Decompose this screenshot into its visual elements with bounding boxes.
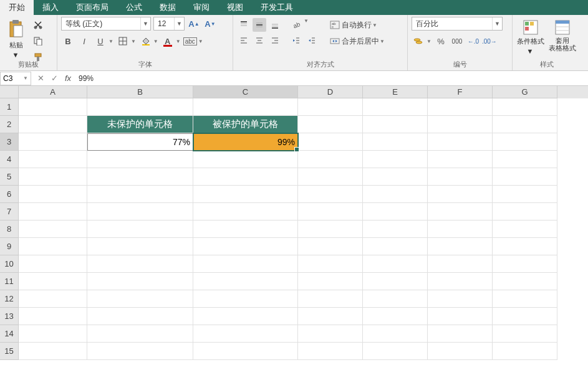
merge-center-button[interactable]: 合并后居中▼ [327,34,387,48]
phonetic-button[interactable]: abc [183,34,197,48]
cell-A13[interactable] [19,308,87,325]
cell-F3[interactable] [428,133,493,151]
cell-C12[interactable] [193,290,298,308]
cell-B11[interactable] [87,273,193,290]
cell-F15[interactable] [428,343,493,360]
col-header-C[interactable]: C [193,86,298,98]
font-name-combo[interactable]: 等线 (正文) ▼ [61,17,151,31]
cell-E3[interactable] [363,133,428,151]
align-top-button[interactable] [237,18,251,32]
cell-D1[interactable] [298,98,363,116]
cell-C4[interactable] [193,151,298,168]
font-color-button[interactable]: A [161,34,175,48]
cell-E11[interactable] [363,273,428,290]
cell-B3[interactable]: 77% [87,133,193,151]
col-header-D[interactable]: D [298,86,363,98]
format-as-table-button[interactable]: 套用 表格格式 [547,17,577,52]
font-size-dropdown-icon[interactable]: ▼ [174,17,184,30]
formula-input[interactable]: 99% [75,72,588,85]
cell-C10[interactable] [193,255,298,273]
row-header-1[interactable]: 1 [0,98,19,116]
cell-C1[interactable] [193,98,298,116]
cell-G8[interactable] [493,221,557,238]
fill-color-button[interactable] [138,34,152,48]
fill-dropdown-icon[interactable]: ▼ [153,39,158,44]
cell-E5[interactable] [363,168,428,186]
row-header-5[interactable]: 5 [0,168,19,186]
underline-button[interactable]: U [94,34,107,48]
cell-F6[interactable] [428,186,493,203]
fx-button[interactable]: fx [61,74,75,83]
cell-C2[interactable]: 被保护的单元格 [193,116,298,133]
cell-E7[interactable] [363,203,428,221]
cell-E1[interactable] [363,98,428,116]
cell-C8[interactable] [193,221,298,238]
cell-F12[interactable] [428,290,493,308]
cell-A8[interactable] [19,221,87,238]
cell-G7[interactable] [493,203,557,221]
cell-G4[interactable] [493,151,557,168]
cell-F5[interactable] [428,168,493,186]
confirm-entry-button[interactable]: ✓ [47,74,61,83]
italic-button[interactable]: I [77,34,91,48]
phonetic-dropdown-icon[interactable]: ▼ [198,39,203,44]
number-format-dropdown-icon[interactable]: ▼ [492,17,502,30]
cell-G6[interactable] [493,186,557,203]
cell-C14[interactable] [193,325,298,343]
align-middle-button[interactable] [253,18,266,32]
cell-B7[interactable] [87,203,193,221]
cell-A4[interactable] [19,151,87,168]
currency-dropdown-icon[interactable]: ▼ [427,39,431,44]
cell-F9[interactable] [428,238,493,255]
cell-A15[interactable] [19,343,87,360]
cell-D3[interactable] [298,133,363,151]
cell-F14[interactable] [428,325,493,343]
decrease-decimal-button[interactable]: .00→ [483,34,496,48]
cell-E6[interactable] [363,186,428,203]
cell-B1[interactable] [87,98,193,116]
orientation-dropdown-icon[interactable]: ▼ [304,18,309,32]
cells-grid[interactable]: 未保护的单元格被保护的单元格77%99% [19,98,588,360]
cell-D14[interactable] [298,325,363,343]
cell-C15[interactable] [193,343,298,360]
row-header-8[interactable]: 8 [0,221,19,238]
cell-D2[interactable] [298,116,363,133]
cell-C3[interactable]: 99% [193,133,298,151]
decrease-indent-button[interactable] [289,34,303,47]
cell-D13[interactable] [298,308,363,325]
cell-G3[interactable] [493,133,557,151]
col-header-E[interactable]: E [363,86,428,98]
tab-formula[interactable]: 公式 [117,0,151,15]
underline-dropdown-icon[interactable]: ▼ [108,39,113,44]
align-right-button[interactable] [268,34,282,47]
cell-C11[interactable] [193,273,298,290]
select-all-corner[interactable] [0,86,19,98]
cell-A9[interactable] [19,238,87,255]
cell-G12[interactable] [493,290,557,308]
row-header-12[interactable]: 12 [0,290,19,308]
cancel-entry-button[interactable]: ✕ [34,74,47,83]
font-size-combo[interactable]: 12 ▼ [153,17,185,31]
row-header-11[interactable]: 11 [0,273,19,290]
cell-B4[interactable] [87,151,193,168]
cell-C13[interactable] [193,308,298,325]
paste-button[interactable]: 粘贴 ▼ [4,17,29,59]
tab-view[interactable]: 视图 [218,0,252,15]
name-box[interactable]: C3 ▼ [0,72,31,85]
cell-G5[interactable] [493,168,557,186]
cell-D7[interactable] [298,203,363,221]
cell-D10[interactable] [298,255,363,273]
cell-A3[interactable] [19,133,87,151]
tab-home[interactable]: 开始 [0,0,34,15]
cell-B10[interactable] [87,255,193,273]
tab-insert[interactable]: 插入 [34,0,67,15]
cell-B13[interactable] [87,308,193,325]
name-box-dropdown-icon[interactable]: ▼ [23,75,28,81]
cell-D4[interactable] [298,151,363,168]
row-header-10[interactable]: 10 [0,255,19,273]
cell-F11[interactable] [428,273,493,290]
cell-F4[interactable] [428,151,493,168]
cell-A2[interactable] [19,116,87,133]
cell-D11[interactable] [298,273,363,290]
cell-G10[interactable] [493,255,557,273]
